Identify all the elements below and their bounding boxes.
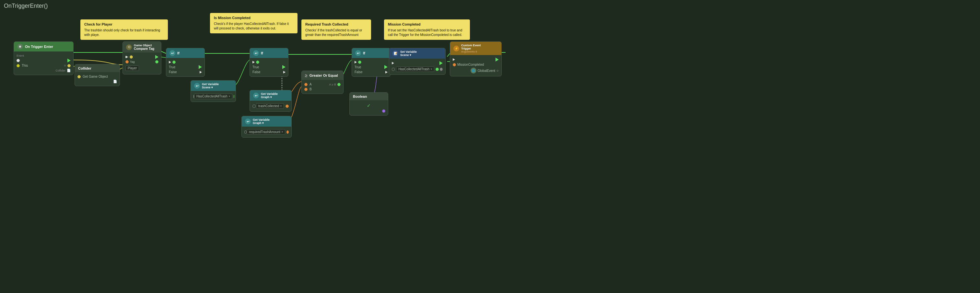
collider-get-body: Get Game Object 📄	[75, 72, 119, 86]
if2-header: ↩ If	[250, 48, 288, 58]
gte-out	[337, 83, 340, 86]
this-row: This ⊙	[16, 63, 71, 68]
mission-completed-port	[453, 63, 456, 67]
if-node-3: ↩ If True False	[352, 48, 390, 77]
custom-event-flow-row	[453, 57, 499, 62]
required-trash-label: requiredTrashAmount	[249, 130, 280, 134]
gte-a-row: A A ≥ B	[304, 82, 340, 87]
custom-event-icon: ⚡	[453, 46, 459, 51]
gte-body: A A ≥ B B	[302, 80, 343, 93]
if2-icon: ↩	[253, 50, 259, 56]
if3-flow-row	[355, 60, 388, 65]
get-variable-graph-2-node: ↩ Get Variable Graph ▾ requiredTrashAmou…	[242, 116, 292, 138]
game-obj-compare-tag-node: ⬡ Game Object Compare Tag Tag Player	[123, 41, 161, 74]
get-variable-graph-1-node: ↩ Get Variable Graph ▾ trashCollected ▾	[250, 90, 292, 112]
if3-true-out	[384, 65, 388, 69]
set-var-icon: 📝	[393, 51, 398, 56]
collider-doc-icon: 📄	[67, 69, 71, 72]
global-event-label: GlobalEvent	[476, 69, 496, 73]
this-icon: ⊙	[64, 64, 66, 67]
global-event-dot: ⊙	[496, 69, 499, 72]
get-var-graph1-icon: ↩	[253, 93, 259, 98]
get-var-graph1-header: ↩ Get Variable Graph ▾	[250, 90, 291, 101]
if1-false-row: False	[169, 70, 202, 74]
gte-result-label: A ≥ B	[329, 83, 336, 86]
if1-false-out	[200, 71, 202, 73]
set-var-flow-in	[392, 62, 394, 65]
set-var-title: Set Variable	[400, 50, 417, 54]
if1-icon: ↩	[170, 50, 175, 56]
trash-collected-label: trashCollected	[258, 104, 279, 108]
compare-tag-body: Tag Player	[123, 52, 161, 74]
boolean-out-row	[352, 109, 385, 113]
if2-cond-in	[256, 60, 259, 64]
if2-label: If	[261, 51, 263, 55]
flow-out-port	[16, 59, 20, 62]
greater-or-equal-node: ≥ Greater Or Equal A A ≥ B B	[301, 71, 344, 94]
if2-false-row: False	[253, 70, 285, 74]
custom-event-args: Arguments 0	[461, 50, 481, 53]
get-var-scene-body: HasCollectedAllTrash ▾	[191, 91, 235, 102]
custom-event-node: ⚡ Custom Event Trigger Arguments 0 Missi…	[450, 41, 502, 76]
get-var-scene-sub: Scene ▾	[202, 86, 219, 89]
gte-b-in	[304, 88, 307, 91]
if1-false-label: False	[169, 70, 200, 74]
global-event-icon: 🌐	[471, 68, 476, 73]
if1-flow-row	[169, 60, 202, 65]
collider-get-label: Collider	[78, 67, 91, 70]
compare-tag-label: Compare Tag	[134, 47, 154, 51]
collider-get-gameobject-node: Collider Get Game Object 📄	[75, 64, 120, 86]
if2-true-out	[282, 65, 285, 69]
page-title: OnTriggerEnter()	[4, 3, 48, 10]
tag-in-port	[126, 60, 129, 63]
comment-check-player: Check for Player The trashbin should onl…	[80, 19, 168, 40]
if3-cond-in	[358, 60, 361, 64]
if1-true-out	[199, 65, 202, 69]
comment-required-trash: Required Trash Collected Checks' if the …	[301, 19, 371, 40]
if2-true-label: True	[253, 65, 282, 69]
trash-collected-row: trashCollected ▾	[253, 103, 289, 109]
gte-label: Greater Or Equal	[310, 73, 338, 78]
has-collected-select[interactable]: HasCollectedAllTrash ▾	[194, 93, 232, 99]
has-collected-all-select[interactable]: HasCollectedAllTrash ▾	[396, 67, 434, 72]
trash-collected-select[interactable]: trashCollected ▾	[256, 103, 284, 109]
custom-event-title: Custom Event	[461, 44, 481, 47]
gte-b-label: B	[307, 87, 340, 91]
if1-true-row: True	[169, 65, 202, 70]
set-var-bool-in	[436, 68, 439, 71]
compare-in-row	[126, 54, 159, 60]
flow-arrow-out	[67, 59, 71, 62]
set-var-header: 📝 Set Variable Scene ▾	[389, 48, 445, 59]
required-trash-select[interactable]: requiredTrashAmount ▾	[247, 129, 285, 135]
player-tag-value[interactable]: Player	[126, 65, 139, 71]
if2-flow-in	[253, 61, 255, 63]
set-var-flow-row	[392, 60, 443, 66]
boolean-body: ✓	[350, 100, 388, 115]
collider-get-header: Collider	[75, 65, 119, 72]
required-trash-row: requiredTrashAmount ▾	[244, 128, 289, 135]
tag-row: Tag	[126, 60, 159, 64]
custom-event-body: MissionCompleted 🌐 GlobalEvent ⊙	[450, 55, 501, 76]
if-node-2: ↩ If True False	[250, 48, 288, 77]
this-port-right	[67, 64, 71, 67]
if2-true-row: True	[253, 65, 285, 70]
get-var-graph1-out	[285, 105, 289, 108]
compare-bool-out	[155, 60, 159, 63]
if3-header: ↩ If	[352, 48, 390, 58]
if3-label: If	[363, 51, 365, 55]
boolean-check-row: ✓	[352, 102, 385, 109]
compare-obj-in	[130, 55, 133, 59]
gte-a-label: A	[307, 82, 329, 86]
event-row: Event	[16, 54, 71, 58]
if3-false-row: False	[355, 70, 388, 74]
set-var-out-port	[440, 68, 443, 71]
collider-label: Collider	[16, 69, 65, 72]
get-gameobject-row: Get Game Object	[78, 74, 117, 79]
boolean-node: Boolean ✓	[349, 92, 388, 116]
on-trigger-enter-label: On Trigger Enter	[25, 45, 53, 49]
collider-in-port	[78, 75, 81, 78]
boolean-header: Boolean	[350, 93, 388, 100]
set-var-body: HasCollectedAllTrash ▾	[389, 59, 445, 74]
if3-true-row: True	[355, 65, 388, 70]
if2-false-label: False	[253, 70, 283, 74]
